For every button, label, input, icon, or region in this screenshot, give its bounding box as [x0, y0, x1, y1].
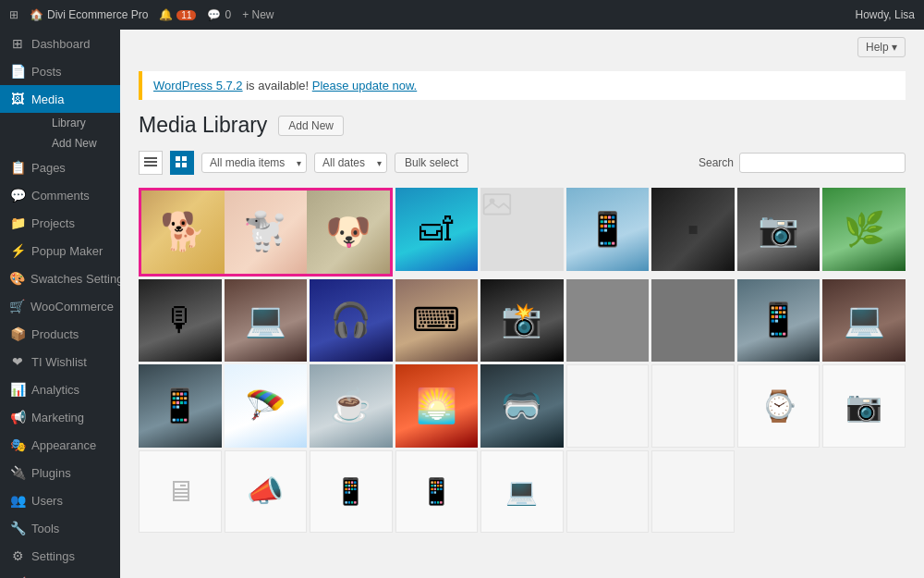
media-item[interactable]: [566, 279, 650, 363]
tools-icon: 🔧: [9, 521, 26, 535]
media-item-icon[interactable]: 🖥: [139, 450, 222, 534]
dashboard-icon: ⊞: [9, 36, 26, 51]
search-input[interactable]: [739, 153, 906, 173]
sidebar-item-ti-wishlist[interactable]: ❤ TI Wishlist: [0, 348, 120, 375]
popup-maker-icon: ⚡: [9, 243, 26, 258]
search-label: Search: [699, 156, 734, 169]
settings-icon: ⚙: [9, 548, 26, 563]
sidebar-item-posts[interactable]: 📄 Posts: [0, 57, 120, 85]
svg-rect-3: [176, 156, 180, 161]
sidebar-item-tools[interactable]: 🔧 Tools: [0, 514, 120, 542]
date-filter[interactable]: All dates: [314, 153, 387, 173]
posts-icon: 📄: [9, 64, 26, 79]
swatches-icon: 🎨: [9, 271, 25, 286]
media-item-empty: [651, 450, 735, 534]
media-item-empty: [566, 364, 650, 448]
media-item[interactable]: 📱: [566, 188, 650, 271]
search-area: Search: [699, 153, 906, 173]
date-filter-wrapper[interactable]: All dates: [314, 153, 387, 173]
image-placeholder-icon: [480, 188, 514, 221]
media-item[interactable]: 📱: [737, 279, 821, 363]
sidebar-item-comments[interactable]: 💬 Comments: [0, 181, 120, 209]
sidebar-item-swatches-settings[interactable]: 🎨 Swatches Settings: [0, 264, 120, 292]
media-item[interactable]: 🐶: [307, 191, 390, 274]
media-item[interactable]: 🎙: [139, 279, 222, 363]
media-item-icon[interactable]: 📷: [822, 364, 906, 448]
main-layout: ⊞ Dashboard 📄 Posts 🖼 Media Library Add …: [0, 30, 924, 578]
sidebar-item-projects[interactable]: 📁 Projects: [0, 209, 120, 237]
media-item[interactable]: ▪: [651, 188, 735, 271]
svg-rect-4: [182, 156, 187, 161]
sidebar-item-pages[interactable]: 📋 Pages: [0, 154, 120, 181]
media-item[interactable]: ☕: [310, 364, 393, 448]
media-item-empty: [651, 364, 735, 448]
analytics-icon: 📊: [9, 382, 26, 397]
sidebar-item-products[interactable]: 📦 Products: [0, 320, 120, 348]
media-item-icon[interactable]: 📱: [310, 450, 393, 534]
media-item-empty: [566, 450, 650, 534]
sidebar-item-appearance[interactable]: 🎭 Appearance: [0, 431, 120, 459]
media-type-filter[interactable]: All media items: [201, 153, 307, 173]
sidebar-sub-add-new[interactable]: Add New: [26, 133, 120, 154]
add-new-button[interactable]: Add New: [278, 116, 344, 136]
svg-rect-5: [176, 163, 180, 167]
media-item[interactable]: 🌅: [395, 364, 479, 448]
please-update-link[interactable]: Please update now.: [312, 79, 417, 92]
sidebar-item-woocommerce[interactable]: 🛒 WooCommerce: [0, 292, 120, 320]
media-item[interactable]: 📱: [139, 364, 222, 448]
media-item-icon[interactable]: 💻: [480, 450, 564, 534]
list-view-button[interactable]: [139, 151, 163, 175]
wp-logo[interactable]: ⊞: [9, 8, 18, 21]
media-item[interactable]: 🛋: [395, 188, 479, 271]
media-item[interactable]: 🎧: [310, 279, 393, 363]
svg-rect-6: [182, 163, 187, 167]
sidebar-item-settings[interactable]: ⚙ Settings: [0, 542, 120, 570]
notification-count[interactable]: 🔔 11: [159, 8, 196, 21]
bulk-select-button[interactable]: Bulk select: [395, 153, 468, 173]
media-item[interactable]: 💻: [822, 279, 906, 363]
help-button[interactable]: Help ▾: [857, 37, 906, 57]
site-name[interactable]: 🏠 Divi Ecommerce Pro: [30, 8, 148, 21]
update-notice: WordPress 5.7.2 is available! Please upd…: [139, 71, 906, 100]
plugins-icon: 🔌: [9, 465, 26, 480]
media-item[interactable]: ⌨: [395, 279, 479, 363]
media-item-icon[interactable]: 📱: [395, 450, 479, 534]
woocommerce-icon: 🛒: [9, 299, 25, 314]
media-item[interactable]: 📸: [480, 279, 564, 363]
media-item-placeholder[interactable]: [480, 188, 564, 271]
media-item[interactable]: 🪂: [225, 364, 308, 448]
media-type-filter-wrapper[interactable]: All media items: [201, 153, 307, 173]
wishlist-icon: ❤: [9, 354, 26, 369]
sidebar-item-popup-maker[interactable]: ⚡ Popup Maker: [0, 237, 120, 264]
sidebar-item-media[interactable]: 🖼 Media: [0, 85, 120, 113]
grid-view-icon: [176, 156, 188, 169]
sidebar-sub-library[interactable]: Library: [26, 113, 120, 133]
media-item-icon[interactable]: 📣: [225, 450, 308, 534]
sidebar-item-plugins[interactable]: 🔌 Plugins: [0, 459, 120, 486]
media-item[interactable]: 💻: [225, 279, 308, 363]
list-view-icon: [144, 156, 157, 169]
media-item[interactable]: [651, 279, 735, 363]
media-item[interactable]: 📷: [737, 188, 821, 271]
comments-icon: 💬: [9, 188, 26, 203]
selected-group: 🐕 🐩 🐶: [139, 188, 393, 277]
add-new-bar[interactable]: + New: [242, 8, 274, 21]
users-icon: 👥: [9, 493, 26, 508]
page-title-row: Media Library Add New: [139, 113, 906, 138]
media-item[interactable]: 🐩: [225, 191, 308, 274]
sidebar-item-side-cart[interactable]: 🛒 Side Cart: [0, 570, 120, 578]
sidebar-item-users[interactable]: 👥 Users: [0, 486, 120, 514]
grid-view-button[interactable]: [170, 151, 194, 175]
sidebar-item-analytics[interactable]: 📊 Analytics: [0, 375, 120, 403]
media-item[interactable]: 🌿: [822, 188, 906, 271]
media-item[interactable]: 🥽: [480, 364, 564, 448]
admin-bar-left: ⊞ 🏠 Divi Ecommerce Pro 🔔 11 💬 0 + New: [9, 8, 274, 21]
media-item[interactable]: 🐕: [141, 191, 225, 274]
comment-count[interactable]: 💬 0: [207, 8, 231, 21]
sidebar-item-marketing[interactable]: 📢 Marketing: [0, 403, 120, 431]
media-item-icon[interactable]: ⌚: [737, 364, 821, 448]
wp-update-link[interactable]: WordPress 5.7.2: [153, 79, 243, 92]
sidebar-item-dashboard[interactable]: ⊞ Dashboard: [0, 30, 120, 57]
appearance-icon: 🎭: [9, 437, 26, 452]
media-icon: 🖼: [9, 92, 26, 106]
